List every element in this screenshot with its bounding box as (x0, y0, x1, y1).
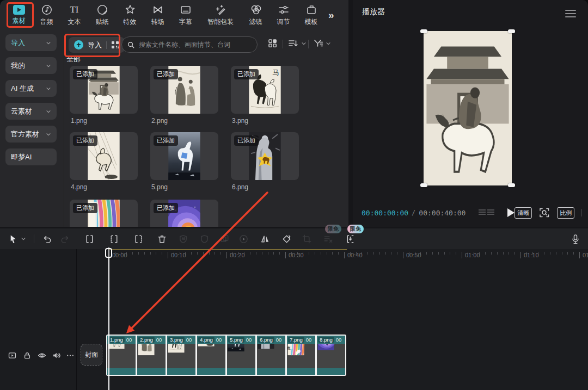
record-voiceover-icon[interactable] (571, 233, 580, 245)
current-time: 00:00:00:00 (362, 209, 408, 217)
media-card-4[interactable]: 已添加 (70, 132, 138, 180)
star-effects-icon (124, 4, 136, 16)
sidebar-item-cloud[interactable]: 云素材 (5, 103, 57, 120)
timeline-clip-5[interactable]: 5.png00 (227, 336, 255, 375)
media-card-8[interactable]: 已添加 (150, 200, 218, 227)
matting-button[interactable] (199, 234, 210, 244)
timeline-clip-8[interactable]: 8.png00 (317, 336, 345, 375)
added-badge: 已添加 (73, 135, 97, 146)
timeline-clip-4[interactable]: 4.png00 (197, 336, 225, 375)
tab-transitions[interactable]: 转场 (144, 4, 171, 27)
clear-captions-button[interactable]: 限免 (323, 234, 333, 244)
media-card-3[interactable]: 已添加 (231, 66, 299, 114)
sidebar-item-official[interactable]: 官方素材 (5, 126, 57, 143)
quality-button[interactable]: 清晰 (514, 207, 532, 219)
cursor-icon (8, 234, 18, 244)
mirror-button[interactable] (260, 234, 271, 244)
timeline-ruler[interactable]: 00:00 00:10 00:20 00:30 00:40 00:50 01:0… (76, 249, 588, 261)
tab-label: 贴纸 (96, 17, 109, 27)
freeze-frame-button[interactable] (238, 234, 249, 244)
tab-captions[interactable]: 字幕 (171, 4, 199, 27)
tab-filters[interactable]: 滤镜 (242, 4, 270, 27)
ai-matting-button[interactable] (178, 234, 188, 244)
sidebar-item-jimeng-ai[interactable]: 即梦AI (5, 148, 57, 165)
transform-handle[interactable] (508, 183, 515, 187)
tab-label: 滤镜 (249, 17, 262, 27)
split-delete-left-button[interactable] (109, 234, 119, 244)
tab-smart-pack[interactable]: 智能包装 (199, 4, 242, 27)
search-input[interactable] (138, 40, 247, 49)
extract-audio-button[interactable]: 限免 (345, 234, 356, 244)
search-icon (127, 41, 134, 48)
tab-adjust[interactable]: 调节 (270, 4, 297, 27)
clip-thumbnail (197, 344, 225, 368)
timeline-clip-7[interactable]: 7.png00 (287, 336, 315, 375)
tab-media[interactable]: 素材 (5, 5, 33, 26)
player-controls: 00:00:00:00 / 00:00:40:00 清晰 比例 (353, 205, 588, 221)
timeline-clip-2[interactable]: 2.png00 (137, 336, 166, 375)
sticker-icon (96, 4, 108, 16)
cover-button[interactable]: 封面 (81, 344, 102, 366)
media-card-1[interactable]: 已添加 (70, 66, 138, 114)
timeline-clip-6[interactable]: 6.png00 (257, 336, 285, 375)
tab-templates[interactable]: 模板 (297, 4, 325, 27)
media-card-5[interactable]: 已添加 (150, 132, 218, 180)
tab-label: 转场 (151, 17, 164, 27)
timeline-clip-3[interactable]: 3.png00 (167, 336, 195, 375)
grid-view-icon[interactable] (268, 39, 277, 48)
filter-control[interactable] (314, 39, 331, 48)
sort-control[interactable] (288, 39, 307, 48)
added-badge: 已添加 (234, 135, 259, 146)
tab-audio[interactable]: 音频 (33, 4, 60, 27)
split-delete-right-button[interactable] (133, 234, 144, 244)
file-name: 6.png (232, 183, 248, 191)
tab-effects[interactable]: 特效 (116, 4, 144, 27)
section-label-all: 全部 (66, 54, 81, 64)
more-options-icon[interactable] (66, 351, 75, 360)
fit-zoom-icon[interactable] (539, 207, 550, 218)
sidebar-item-ai-generate[interactable]: AI 生成 (5, 80, 57, 97)
timeline-clip-1[interactable]: 1.png00 (107, 336, 136, 375)
transform-handle[interactable] (508, 29, 515, 33)
crop-button[interactable] (302, 234, 312, 244)
ruler-label: 00:10 (168, 252, 186, 258)
redo-button[interactable] (60, 234, 70, 244)
delete-button[interactable] (157, 234, 167, 244)
transform-handle[interactable] (420, 29, 427, 33)
import-button[interactable]: + 导入 (69, 37, 125, 53)
expand-tabs-icon[interactable]: » (328, 9, 333, 21)
select-tool-button[interactable] (8, 234, 26, 244)
split-button[interactable] (84, 234, 95, 244)
undo-button[interactable] (42, 234, 52, 244)
player-menu-icon[interactable] (565, 10, 576, 20)
media-card-6[interactable]: 已添加 (231, 132, 299, 180)
ruler-label: 01:10 (520, 252, 539, 258)
sidebar-item-mine[interactable]: 我的 (5, 57, 57, 74)
frame-list-icon[interactable] (479, 209, 494, 216)
sidebar-item-import[interactable]: 导入 (5, 34, 57, 51)
player-canvas[interactable] (424, 31, 512, 185)
playhead-handle[interactable] (105, 248, 112, 258)
media-card-2[interactable]: 已添加 (150, 66, 218, 114)
lock-track-icon[interactable] (23, 351, 32, 360)
divider (34, 234, 34, 243)
track-header-divider (76, 249, 77, 390)
toggle-visibility-icon[interactable] (37, 351, 47, 360)
transform-handle[interactable] (420, 183, 427, 187)
divider (283, 40, 283, 48)
mute-track-icon[interactable] (52, 351, 61, 360)
tab-stickers[interactable]: 贴纸 (88, 4, 116, 27)
playhead[interactable] (108, 247, 109, 390)
ratio-button[interactable]: 比例 (557, 207, 574, 219)
media-card-7[interactable]: 已添加 (70, 200, 138, 227)
rotate-button[interactable] (281, 234, 292, 244)
play-button[interactable] (507, 208, 514, 217)
timeline-panel: 限免 限免 00:00 00:10 00:20 00:30 00:40 00:5… (0, 228, 588, 390)
clip-thumbnail (287, 344, 315, 368)
video-track[interactable]: 1.png00 2.png00 3.png00 4.png00 5.png00 … (106, 335, 346, 376)
search-bar[interactable] (121, 36, 258, 53)
qr-import-icon[interactable] (111, 41, 119, 49)
overlay-button[interactable] (219, 234, 230, 244)
adjust-icon (278, 4, 290, 16)
tab-text[interactable]: TI 文本 (60, 4, 88, 27)
